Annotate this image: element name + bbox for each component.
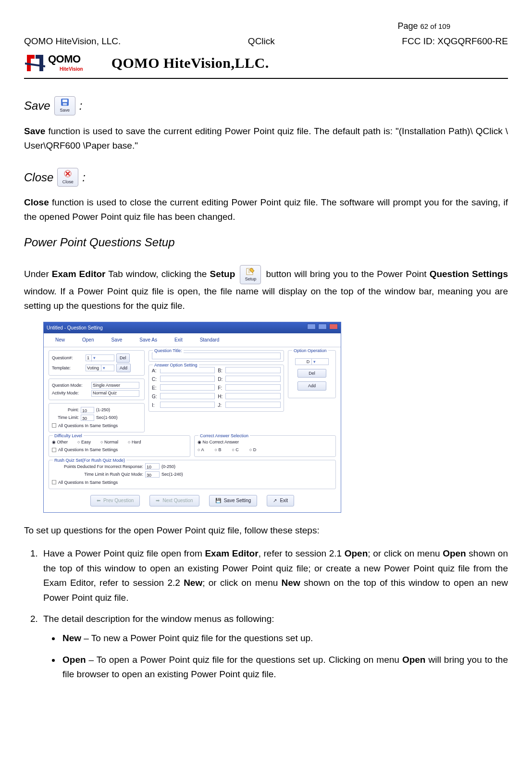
menu-new[interactable]: New — [55, 336, 65, 344]
svg-rect-1 — [62, 100, 67, 102]
amode-label: Activity Mode: — [52, 390, 89, 396]
sp-b1: Exam Editor — [52, 269, 106, 279]
menu-save-as[interactable]: Save As — [139, 336, 157, 344]
close-description: Close function is used to close the curr… — [24, 195, 508, 225]
window-titlebar: Untitled - Question Setting — [44, 322, 341, 333]
time-input[interactable]: 30 — [81, 415, 94, 421]
close-colon: : — [82, 168, 86, 187]
radio-hard[interactable]: ○ Hard — [128, 439, 141, 445]
step-1: Have a Power Point quiz file open from E… — [40, 546, 508, 605]
page-of: of 109 — [428, 22, 450, 30]
radio-normal[interactable]: ○ Normal — [100, 439, 118, 445]
rush-time-input[interactable]: 30 — [145, 471, 160, 478]
opop-del-button[interactable]: Del — [297, 369, 326, 378]
exit-arrow-icon: ↗ — [273, 497, 277, 505]
question-select[interactable]: 1▾ — [86, 354, 114, 361]
ans-b: B: — [218, 367, 223, 375]
rush-time-range: Sec(1-240) — [161, 471, 183, 478]
point-range: (1-250) — [96, 406, 110, 413]
ans-d-input[interactable] — [225, 376, 281, 382]
chevron-down-icon: ▾ — [91, 354, 97, 361]
qmode-label: Question Mode: — [52, 382, 89, 389]
option-operation-panel: Option Operation D▾ Del Add — [288, 350, 336, 398]
qtitle-panel: Question Title: — [148, 350, 284, 362]
radio-easy[interactable]: ○ Easy — [77, 439, 91, 445]
checkbox-icon[interactable] — [52, 480, 56, 484]
fcc-id: FCC ID: XQGQRF600-RE — [402, 34, 508, 49]
point-panel: Point:10(1-250) Time Limit:30Sec(1-500) … — [49, 403, 145, 432]
rush-pts-range: (0-250) — [161, 463, 175, 470]
radio-other[interactable]: ◉ Other — [52, 439, 68, 445]
menu-open[interactable]: Open — [82, 336, 94, 344]
del-button[interactable]: Del — [116, 354, 130, 362]
exit-button[interactable]: ↗Exit — [267, 495, 294, 506]
save-setting-button[interactable]: 💾Save Setting — [209, 495, 258, 506]
amode-select[interactable]: Normal Quiz — [91, 390, 139, 397]
window-controls — [306, 324, 338, 332]
header-divider — [24, 78, 508, 79]
floppy-icon: 💾 — [215, 497, 221, 505]
add-button[interactable]: Add — [116, 364, 131, 372]
rush-pts-input[interactable]: 10 — [145, 463, 160, 469]
prev-question-button[interactable]: ⬅Prev Question — [90, 495, 140, 506]
ans-j-input[interactable] — [225, 402, 281, 408]
steps-list: Have a Power Point quiz file open from E… — [40, 546, 508, 682]
difficulty-panel: Difficulty Level ◉ Other ○ Easy ○ Normal… — [49, 435, 190, 457]
next-question-button[interactable]: ➡Next Question — [149, 495, 199, 506]
setup-heading: Power Point Questions Setup — [24, 233, 508, 252]
ans-e: E: — [152, 384, 157, 392]
ans-i-input[interactable] — [160, 402, 215, 408]
qmode-select[interactable]: Single Answer — [91, 382, 139, 389]
page-number: Page 62 of 109 — [24, 19, 508, 33]
point-label: Point: — [52, 406, 79, 413]
menu-save[interactable]: Save — [111, 336, 122, 344]
minimize-icon[interactable] — [307, 324, 316, 329]
radio-cd[interactable]: ○ D — [249, 446, 256, 453]
product-name: QClick — [248, 34, 275, 49]
sp4: window. If a Power Point quiz file is op… — [24, 286, 508, 311]
ans-c-input[interactable] — [160, 376, 215, 382]
menu-exit[interactable]: Exit — [174, 336, 183, 344]
save-heading-text: Save — [24, 97, 50, 115]
step-2-bullets: New – To new a Power Point quiz file for… — [61, 631, 508, 682]
template-select[interactable]: Voting▾ — [86, 365, 114, 371]
maximize-icon[interactable] — [318, 324, 327, 329]
answer-panel: Answer Option Setting A: B: C: D: E: F: … — [148, 365, 284, 412]
logo-row: QOMO HiteVision QOMO HiteVision,LLC. — [24, 51, 508, 75]
chevron-down-icon: ▾ — [311, 358, 317, 365]
checkbox-icon[interactable] — [52, 448, 56, 452]
bullet-new: New – To new a Power Point quiz file for… — [61, 631, 508, 645]
pencil-note-icon — [246, 267, 255, 276]
ans-c: C: — [152, 376, 157, 383]
point-input[interactable]: 10 — [81, 407, 94, 413]
radio-cb[interactable]: ○ B — [214, 446, 221, 453]
checkbox-icon[interactable] — [52, 423, 56, 428]
radio-cc[interactable]: ○ C — [232, 446, 238, 453]
ans-g-input[interactable] — [160, 393, 215, 399]
step-2: The detail description for the window me… — [40, 612, 508, 682]
close-heading-text: Close — [24, 168, 53, 187]
opop-letter[interactable]: D▾ — [295, 358, 329, 365]
radio-ca[interactable]: ○ A — [198, 446, 204, 453]
ans-e-input[interactable] — [160, 384, 215, 391]
opop-legend: Option Operation — [292, 347, 328, 354]
menu-standard[interactable]: Standard — [200, 336, 220, 344]
opop-add-button[interactable]: Add — [297, 381, 326, 390]
save-icon-caption: Save — [60, 107, 70, 114]
ans-d: D: — [218, 376, 223, 383]
setup-icon-caption: Setup — [245, 276, 257, 282]
close-heading: Close Close : — [24, 168, 86, 187]
ans-b-input[interactable] — [225, 367, 281, 373]
followup-intro: To set up questions for the open Power P… — [24, 523, 508, 538]
rush-time-label: Time Limit in Rush Quiz Mode: — [52, 471, 143, 478]
template-label: Template: — [52, 365, 84, 371]
header-line: QOMO HiteVision, LLC. QClick FCC ID: XQG… — [24, 34, 508, 49]
ans-h: H: — [218, 393, 223, 401]
ans-f-input[interactable] — [225, 384, 281, 391]
time-unit: Sec(1-500) — [96, 414, 118, 421]
close-icon[interactable] — [329, 324, 338, 329]
ans-h-input[interactable] — [225, 393, 281, 399]
radio-none[interactable]: ◉ No Correct Answer — [198, 439, 239, 445]
question-label: Question#: — [52, 354, 84, 361]
ans-j: J: — [218, 402, 223, 409]
